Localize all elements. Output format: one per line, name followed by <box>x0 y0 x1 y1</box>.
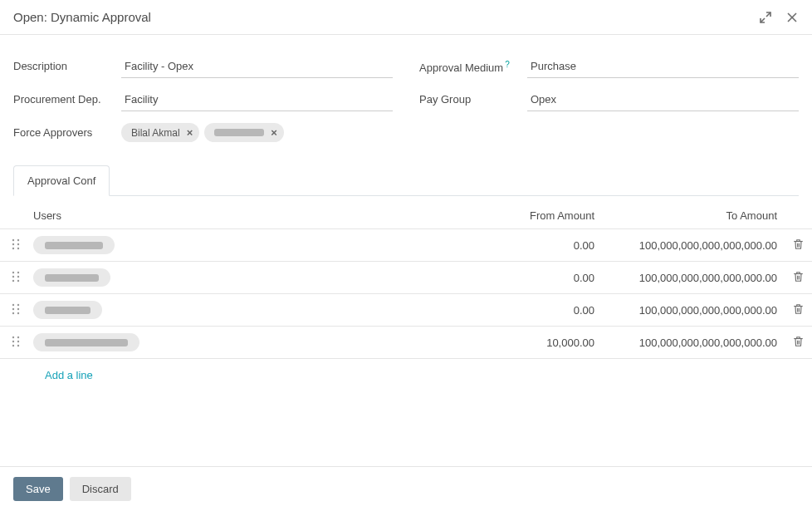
cell-to-amount[interactable]: 100,000,000,000,000,000.00 <box>601 229 784 262</box>
discard-button[interactable]: Discard <box>70 477 131 501</box>
drag-handle-icon[interactable] <box>0 327 27 359</box>
svg-point-22 <box>12 344 14 346</box>
description-label: Description <box>13 55 121 72</box>
expand-icon[interactable] <box>759 11 772 24</box>
svg-point-14 <box>12 307 14 309</box>
cell-users[interactable] <box>27 327 435 359</box>
user-pill[interactable] <box>33 236 115 254</box>
cell-from-amount[interactable]: 0.00 <box>435 294 601 327</box>
svg-point-4 <box>12 247 14 248</box>
force-approvers-field[interactable]: Bilal Akmal×× <box>121 121 799 142</box>
svg-point-1 <box>17 238 19 240</box>
tag-label: Bilal Akmal <box>131 127 180 139</box>
redacted-text <box>45 307 90 314</box>
svg-point-18 <box>12 336 14 337</box>
remove-tag-icon[interactable]: × <box>271 126 277 139</box>
svg-point-23 <box>17 344 19 346</box>
svg-point-20 <box>12 340 14 341</box>
force-approvers-label: Force Approvers <box>13 121 121 139</box>
pay-group-label: Pay Group <box>419 88 527 106</box>
approval-medium-field[interactable]: Purchase <box>527 55 799 78</box>
redacted-text <box>214 129 264 136</box>
svg-point-3 <box>17 243 19 244</box>
delete-row-icon[interactable] <box>784 327 812 359</box>
cell-to-amount[interactable]: 100,000,000,000,000,000.00 <box>601 294 784 327</box>
delete-row-icon[interactable] <box>784 262 812 294</box>
svg-point-2 <box>12 243 14 244</box>
cell-users[interactable] <box>27 294 435 327</box>
cell-from-amount[interactable]: 10,000.00 <box>435 327 601 359</box>
user-pill[interactable] <box>33 301 102 319</box>
svg-point-17 <box>17 312 19 313</box>
cell-to-amount[interactable]: 100,000,000,000,000,000.00 <box>601 327 784 359</box>
close-icon[interactable] <box>785 11 799 24</box>
cell-users[interactable] <box>27 229 435 262</box>
svg-point-21 <box>17 340 19 341</box>
description-field[interactable]: Facility - Opex <box>121 55 393 78</box>
add-a-line[interactable]: Add a line <box>13 359 799 391</box>
svg-point-11 <box>17 279 19 281</box>
dialog-title: Open: Dynamic Approval <box>13 10 151 24</box>
user-pill[interactable] <box>33 268 110 287</box>
svg-point-19 <box>17 336 19 337</box>
procurement-dep-label: Procurement Dep. <box>13 88 121 106</box>
approver-tag[interactable]: × <box>204 123 284 142</box>
delete-row-icon[interactable] <box>784 229 812 262</box>
svg-point-0 <box>12 238 14 240</box>
drag-handle-icon[interactable] <box>0 262 27 294</box>
svg-point-7 <box>17 271 19 273</box>
dialog-header: Open: Dynamic Approval <box>0 0 812 35</box>
help-icon[interactable]: ? <box>505 60 510 69</box>
svg-point-13 <box>17 303 19 305</box>
drag-handle-icon[interactable] <box>0 294 27 327</box>
save-button[interactable]: Save <box>13 477 63 501</box>
approval-table: Users From Amount To Amount 0.00100,000,… <box>0 203 812 359</box>
user-pill[interactable] <box>33 333 139 351</box>
table-row[interactable]: 0.00100,000,000,000,000,000.00 <box>0 229 812 262</box>
svg-point-5 <box>17 247 19 248</box>
approval-medium-label: Approval Medium? <box>419 55 527 74</box>
cell-to-amount[interactable]: 100,000,000,000,000,000.00 <box>601 262 784 294</box>
svg-point-12 <box>12 303 14 305</box>
svg-point-6 <box>12 271 14 273</box>
svg-point-10 <box>12 279 14 281</box>
cell-users[interactable] <box>27 262 435 294</box>
remove-tag-icon[interactable]: × <box>187 126 193 139</box>
cell-from-amount[interactable]: 0.00 <box>435 229 601 262</box>
redacted-text <box>45 242 103 249</box>
col-header-from: From Amount <box>435 203 601 229</box>
delete-row-icon[interactable] <box>784 294 812 327</box>
procurement-dep-field[interactable]: Facility <box>121 88 393 111</box>
table-row[interactable]: 0.00100,000,000,000,000,000.00 <box>0 262 812 294</box>
table-row[interactable]: 10,000.00100,000,000,000,000,000.00 <box>0 327 812 359</box>
cell-from-amount[interactable]: 0.00 <box>435 262 601 294</box>
col-header-users: Users <box>27 203 435 229</box>
svg-point-16 <box>12 312 14 313</box>
svg-point-15 <box>17 307 19 309</box>
redacted-text <box>45 339 128 346</box>
drag-handle-icon[interactable] <box>0 229 27 262</box>
redacted-text <box>45 274 99 282</box>
col-header-to: To Amount <box>601 203 784 229</box>
svg-point-9 <box>17 275 19 277</box>
table-row[interactable]: 0.00100,000,000,000,000,000.00 <box>0 294 812 327</box>
pay-group-field[interactable]: Opex <box>527 88 799 111</box>
dialog-footer: Save Discard <box>0 466 812 511</box>
approver-tag[interactable]: Bilal Akmal× <box>121 123 199 142</box>
tab-approval-conf[interactable]: Approval Conf <box>13 165 110 196</box>
svg-point-8 <box>12 275 14 277</box>
